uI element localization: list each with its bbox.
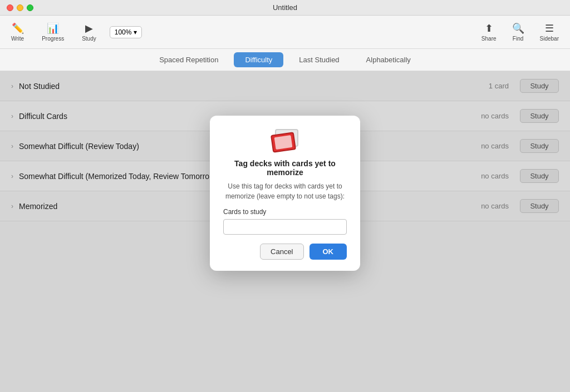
modal-dialog: Tag decks with cards yet to memorize Use… — [210, 116, 360, 271]
ok-button[interactable]: OK — [309, 244, 347, 260]
window-title: Untitled — [273, 3, 297, 12]
find-icon: 🔍 — [512, 22, 524, 34]
tab-alphabetically[interactable]: Alphabetically — [355, 52, 422, 67]
tab-last-studied[interactable]: Last Studied — [288, 52, 350, 67]
sidebar-label: Sidebar — [540, 36, 559, 42]
study-label: Study — [82, 36, 96, 42]
modal-description: Use this tag for decks with cards yet to… — [223, 181, 347, 201]
write-button[interactable]: ✏️ Write — [7, 20, 28, 44]
find-button[interactable]: 🔍 Find — [508, 20, 529, 44]
study-icon: ▶ — [85, 22, 93, 34]
zoom-control[interactable]: 100% ▾ — [110, 26, 142, 38]
study-button[interactable]: ▶ Study — [77, 20, 101, 44]
flashcard-icon — [271, 129, 299, 153]
find-label: Find — [513, 36, 523, 42]
fullscreen-button[interactable] — [27, 4, 33, 11]
modal-buttons: Cancel OK — [223, 244, 347, 260]
main-content: › Not Studied 1 card Study › Difficult C… — [0, 71, 570, 392]
traffic-lights — [7, 4, 33, 11]
title-bar: Untitled — [0, 0, 570, 16]
minimize-button[interactable] — [17, 4, 23, 11]
share-button[interactable]: ⬆ Share — [477, 20, 501, 44]
modal-input-label: Cards to study — [223, 208, 347, 216]
sidebar-button[interactable]: ☰ Sidebar — [535, 20, 563, 44]
tab-bar: Spaced Repetition Difficulty Last Studie… — [0, 49, 570, 71]
progress-icon: 📊 — [47, 22, 59, 34]
progress-label: Progress — [42, 36, 64, 42]
modal-title: Tag decks with cards yet to memorize — [223, 159, 347, 177]
modal-input-field[interactable] — [223, 219, 347, 235]
progress-button[interactable]: 📊 Progress — [37, 20, 68, 44]
toolbar: ✏️ Write 📊 Progress ▶ Study 100% ▾ ⬆ Sha… — [0, 16, 570, 49]
tab-spaced-repetition[interactable]: Spaced Repetition — [148, 52, 229, 67]
share-icon: ⬆ — [485, 22, 493, 34]
close-button[interactable] — [7, 4, 13, 11]
write-icon: ✏️ — [12, 22, 24, 34]
toolbar-right: ⬆ Share 🔍 Find ☰ Sidebar — [477, 20, 563, 44]
cancel-button[interactable]: Cancel — [260, 244, 303, 260]
zoom-chevron-icon: ▾ — [134, 28, 137, 36]
card-front-inner — [274, 135, 293, 150]
sidebar-icon: ☰ — [545, 22, 554, 34]
tab-difficulty[interactable]: Difficulty — [234, 52, 283, 67]
modal-overlay: Tag decks with cards yet to memorize Use… — [0, 71, 570, 392]
toolbar-left: ✏️ Write 📊 Progress ▶ Study 100% ▾ — [7, 20, 142, 44]
write-label: Write — [11, 36, 24, 42]
share-label: Share — [481, 36, 497, 42]
zoom-value: 100% — [115, 28, 132, 36]
card-front — [271, 132, 296, 153]
